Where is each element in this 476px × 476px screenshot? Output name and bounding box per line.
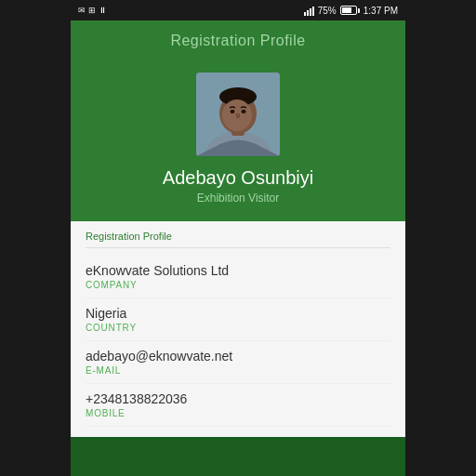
profile-role: Exhibition Visitor [197,192,280,205]
svg-point-7 [231,110,235,113]
screenshot-icon: ⊞ [88,6,96,15]
avatar-image [196,73,280,156]
battery-percent: 75% [318,6,337,16]
field-email: adebayo@eknowvate.net E-MAIL [86,341,390,384]
profile-name: Adebayo Osunbiyi [163,167,313,189]
status-icons-right: 75% 1:37 PM [304,5,398,16]
country-label: COUNTRY [86,323,390,333]
company-value: eKnowvate Solutions Ltd [86,263,390,278]
battery-icon [340,6,360,15]
section-header: Registration Profile [86,221,390,248]
status-icons-left: ✉ ⊞ ⏸ [78,6,107,15]
page-title: Registration Profile [170,33,305,49]
country-value: Nigeria [86,306,390,321]
status-bar: ✉ ⊞ ⏸ 75% 1:37 PM [71,0,405,20]
avatar [196,73,280,156]
mobile-value: +2348138822036 [86,391,390,406]
field-company: eKnowvate Solutions Ltd COMPANY [86,256,390,298]
profile-banner: Adebayo Osunbiyi Exhibition Visitor [71,61,405,221]
company-label: COMPANY [86,280,390,290]
svg-point-8 [242,110,246,113]
app-header: Registration Profile [71,20,405,61]
bottom-bar [71,437,405,476]
field-country: Nigeria COUNTRY [86,298,390,341]
signal-icon [304,5,314,16]
content-area[interactable]: Registration Profile eKnowvate Solutions… [71,221,405,437]
field-mobile: +2348138822036 MOBILE [86,384,390,427]
mobile-label: MOBILE [86,408,390,418]
notification-icon: ✉ [78,6,86,15]
pause-icon: ⏸ [99,6,107,15]
email-value: adebayo@eknowvate.net [86,349,390,364]
email-label: E-MAIL [86,365,390,376]
clock: 1:37 PM [364,6,398,16]
phone-frame: ✉ ⊞ ⏸ 75% 1:37 PM Registration Profile [71,0,405,476]
